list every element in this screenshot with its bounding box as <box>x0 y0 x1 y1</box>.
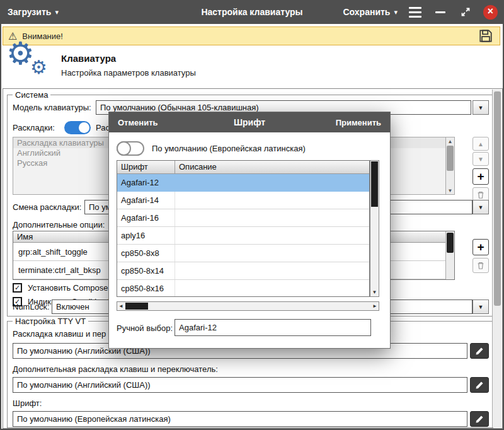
font-dialog: Отменить Шрифт Применить По умолчанию (Е… <box>108 112 391 349</box>
layouts-label: Раскладки: <box>13 123 55 132</box>
checkbox-check-icon: ✓ <box>13 283 22 293</box>
layout-move-up-button[interactable]: ▲ <box>472 137 489 151</box>
manual-select-label: Ручной выбор: <box>117 323 173 333</box>
page-header: ⚙ ⚙ Клавиатура Настройка параметров клав… <box>1 47 503 87</box>
font-row-selected[interactable]: Agafari-12 <box>117 174 369 192</box>
font-dialog-header: Отменить Шрифт Применить <box>109 112 390 132</box>
default-font-toggle-label: По умолчанию (Европейская латинская) <box>152 144 306 153</box>
font-row[interactable]: cp850-8x14 <box>117 262 369 280</box>
tty-group-legend: Настройка TTY VT <box>13 317 88 326</box>
keyboard-model-dropdown-button[interactable]: ▼ <box>472 100 489 115</box>
scroll-down-icon[interactable]: ▼ <box>370 288 379 296</box>
tty-font-input[interactable] <box>13 411 467 427</box>
plus-icon: + <box>477 170 484 183</box>
chevron-down-icon: ▼ <box>478 304 484 310</box>
tty-extra-keymap-edit-button[interactable] <box>470 377 489 393</box>
manual-select-input[interactable] <box>175 319 371 336</box>
plus-icon: + <box>477 240 484 254</box>
numlock-label: NumLock: <box>13 302 50 311</box>
arrow-down-icon: ▼ <box>478 156 484 163</box>
tty-extra-keymap-label: Дополнительная раскладка клавиш и перекл… <box>13 364 218 374</box>
arrow-up-icon: ▲ <box>478 141 484 148</box>
option-add-button[interactable]: + <box>472 239 489 255</box>
font-name: cp850-8x16 <box>117 280 175 297</box>
minimize-button[interactable] <box>433 4 448 20</box>
page-subtitle: Настройка параметров клавиатуры <box>61 68 196 78</box>
numlock-dropdown-button[interactable]: ▼ <box>472 299 489 314</box>
layout-add-button[interactable]: + <box>472 168 489 185</box>
options-table-scrollbar <box>445 231 454 279</box>
chevron-down-icon: ▼ <box>478 105 484 111</box>
compose-checkbox-label: Установить Compose <box>28 283 108 293</box>
minimize-icon <box>435 11 445 13</box>
tty-keymap-edit-button[interactable] <box>470 343 489 359</box>
system-group-legend: Система <box>13 90 50 100</box>
layout-move-down-button[interactable]: ▼ <box>472 152 489 166</box>
expand-icon <box>461 7 471 17</box>
font-name: Agafari-12 <box>117 174 175 191</box>
font-name: aply16 <box>117 227 175 244</box>
layout-switch-dropdown-button[interactable]: ▼ <box>472 200 489 214</box>
trash-icon <box>476 261 485 270</box>
scrollbar-thumb[interactable] <box>447 146 454 171</box>
layout-switch-label: Смена раскладки: <box>13 202 81 212</box>
keyboard-settings-window: Загрузить ▾ Настройка клавиатуры Сохрани… <box>0 0 504 430</box>
hamburger-icon <box>409 7 421 18</box>
font-table: Шрифт Описание Agafari-12 Agafari-14 Aga… <box>117 160 370 297</box>
font-table-vertical-scrollbar: ▼ <box>370 160 379 297</box>
save-file-button[interactable] <box>478 28 495 44</box>
chevron-down-icon: ▾ <box>394 8 398 16</box>
scroll-up-icon[interactable]: ▲ <box>446 137 454 145</box>
toggle-knob <box>117 141 131 156</box>
floppy-save-icon <box>478 28 493 44</box>
tty-extra-keymap-input[interactable] <box>13 377 467 393</box>
font-row[interactable]: Agafari-16 <box>117 209 369 227</box>
font-name: cp850-8x14 <box>117 262 175 279</box>
font-table-head: Шрифт Описание <box>117 161 369 174</box>
font-column-header: Шрифт <box>117 161 175 173</box>
main-scrollbar <box>492 90 501 427</box>
layouts-toggle[interactable] <box>64 121 91 134</box>
scrollbar-thumb[interactable] <box>125 303 148 310</box>
extra-options-label: Дополнительные опции: <box>13 220 105 230</box>
toggle-knob <box>79 122 89 133</box>
font-name: Agafari-16 <box>117 209 175 226</box>
save-menu-label: Сохранить <box>343 7 391 17</box>
close-button[interactable]: × <box>483 5 498 20</box>
tty-font-edit-button[interactable] <box>470 411 489 427</box>
keyboard-model-label: Модель клавиатуры: <box>13 103 91 112</box>
scroll-right-icon[interactable]: ► <box>371 302 379 310</box>
scrollbar-thumb[interactable] <box>494 91 501 306</box>
pencil-icon <box>475 347 484 356</box>
tty-keymap-label: Раскладка клавиш и пер <box>13 329 106 339</box>
trash-icon <box>476 190 485 199</box>
description-column-header: Описание <box>175 161 369 173</box>
font-name: cp850-8x8 <box>117 245 175 262</box>
pencil-icon <box>475 415 484 424</box>
apply-button[interactable]: Применить <box>336 112 381 132</box>
font-name: Agafari-14 <box>117 192 175 209</box>
hamburger-menu-button[interactable] <box>408 4 423 20</box>
font-table-horizontal-scrollbar: ◄ ► <box>117 301 379 311</box>
compose-checkbox[interactable]: ✓ Установить Compose <box>13 283 108 293</box>
expand-button[interactable] <box>458 4 473 20</box>
default-font-toggle[interactable] <box>117 141 144 156</box>
scroll-left-icon[interactable]: ◄ <box>117 302 125 310</box>
font-row[interactable]: aply16 <box>117 227 369 245</box>
font-row[interactable]: Agafari-14 <box>117 192 369 209</box>
page-title: Клавиатура <box>61 53 116 64</box>
scrollbar-thumb[interactable] <box>447 233 454 253</box>
scroll-down-icon[interactable]: ▼ <box>446 187 454 194</box>
save-menu-button[interactable]: Сохранить ▾ <box>343 7 398 17</box>
tty-font-label: Шрифт: <box>13 398 42 408</box>
titlebar: Загрузить ▾ Настройка клавиатуры Сохрани… <box>0 0 504 24</box>
font-row[interactable]: cp850-8x8 <box>117 245 369 262</box>
option-delete-button[interactable] <box>472 258 489 273</box>
pencil-icon <box>475 381 484 390</box>
font-row[interactable]: cp850-8x16 <box>117 280 369 297</box>
chevron-down-icon: ▼ <box>478 204 484 211</box>
warning-bar: ⚠ Внимание! <box>3 26 500 45</box>
keyboard-gears-icon: ⚙ ⚙ <box>6 43 57 86</box>
layout-list-scrollbar: ▲ ▼ <box>445 137 454 194</box>
scrollbar-thumb[interactable] <box>371 161 378 207</box>
